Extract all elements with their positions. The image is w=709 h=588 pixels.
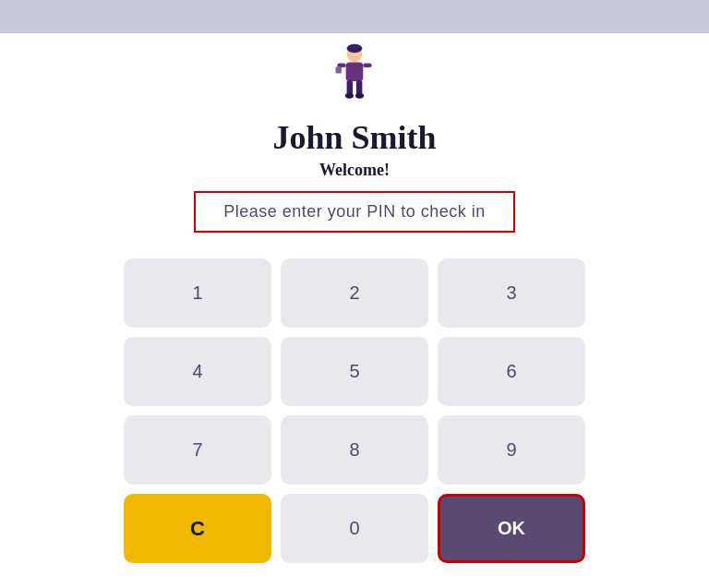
user-name: John Smith: [272, 118, 436, 157]
key-6[interactable]: 6: [438, 337, 585, 406]
key-8[interactable]: 8: [281, 415, 428, 485]
key-3[interactable]: 3: [438, 258, 585, 328]
key-7[interactable]: 7: [124, 415, 271, 485]
key-5[interactable]: 5: [281, 337, 428, 406]
svg-rect-4: [363, 63, 371, 67]
key-2[interactable]: 2: [281, 258, 428, 328]
avatar: [327, 42, 382, 118]
svg-point-1: [347, 44, 363, 53]
svg-point-8: [345, 93, 354, 99]
keypad: 1 2 3 4 5 6 7 8 9 C 0 OK: [124, 258, 585, 563]
pin-prompt: Please enter your PIN to check in: [194, 191, 515, 233]
key-0[interactable]: 0: [281, 494, 428, 563]
key-4[interactable]: 4: [124, 337, 271, 406]
svg-rect-2: [346, 62, 364, 81]
key-1[interactable]: 1: [124, 258, 271, 328]
top-bar: [0, 0, 709, 33]
svg-rect-5: [335, 66, 342, 73]
key-9[interactable]: 9: [438, 415, 585, 485]
key-clear[interactable]: C: [124, 494, 271, 563]
welcome-label: Welcome!: [319, 161, 390, 180]
svg-point-9: [355, 93, 364, 99]
main-content: John Smith Welcome! Please enter your PI…: [0, 33, 709, 563]
key-ok[interactable]: OK: [438, 494, 585, 563]
